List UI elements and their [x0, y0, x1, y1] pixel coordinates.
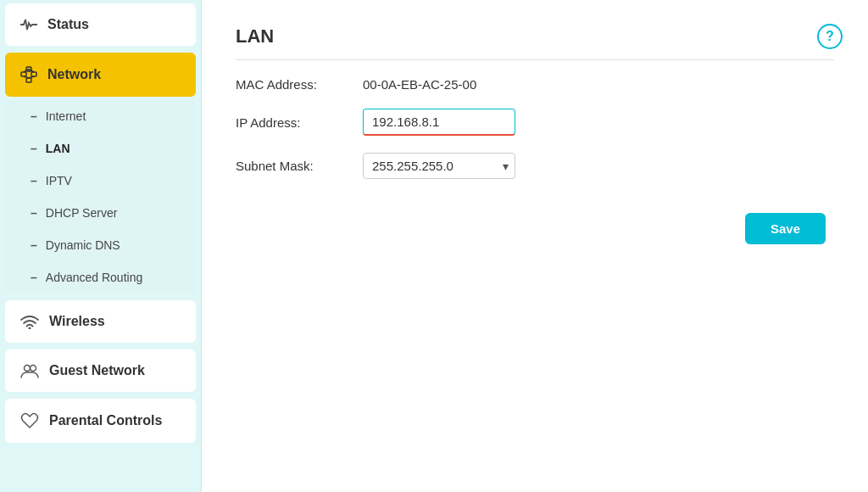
- ip-address-input[interactable]: [363, 109, 515, 136]
- network-icon: [20, 66, 37, 83]
- sidebar: Status Network I: [0, 0, 202, 492]
- ip-address-label: IP Address:: [236, 115, 346, 130]
- submenu-item-internet[interactable]: Internet: [5, 100, 196, 132]
- submenu-label-dynamic-dns: Dynamic DNS: [46, 238, 120, 252]
- submenu-label-lan: LAN: [46, 142, 70, 155]
- save-button[interactable]: Save: [745, 213, 826, 244]
- svg-point-11: [31, 366, 36, 372]
- submenu-item-advanced-routing[interactable]: Advanced Routing: [5, 261, 196, 294]
- subnet-mask-wrapper: 255.255.255.0 255.255.0.0 255.0.0.0 ▾: [363, 153, 515, 179]
- parental-icon: [20, 412, 39, 429]
- lan-form: MAC Address: 00-0A-EB-AC-25-00 IP Addres…: [236, 77, 834, 179]
- svg-line-5: [24, 76, 29, 78]
- subnet-mask-select[interactable]: 255.255.255.0 255.255.0.0 255.0.0.0: [363, 153, 515, 179]
- sidebar-item-label-wireless: Wireless: [49, 314, 105, 329]
- main-content: ? LAN MAC Address: 00-0A-EB-AC-25-00 IP …: [202, 0, 868, 492]
- submenu-label-advanced-routing: Advanced Routing: [46, 271, 142, 284]
- sidebar-item-guest-network[interactable]: Guest Network: [5, 349, 196, 392]
- sidebar-item-network[interactable]: Network: [5, 53, 196, 97]
- network-submenu: Internet LAN IPTV DHCP Server Dynamic DN…: [5, 100, 196, 294]
- submenu-label-dhcp-server: DHCP Server: [46, 206, 118, 220]
- submenu-label-internet: Internet: [46, 109, 86, 123]
- mac-address-value: 00-0A-EB-AC-25-00: [363, 77, 476, 92]
- mac-address-label: MAC Address:: [236, 77, 346, 92]
- page-title: LAN: [236, 25, 834, 60]
- sidebar-item-label-guest-network: Guest Network: [49, 363, 145, 378]
- submenu-label-iptv: IPTV: [46, 174, 72, 187]
- sidebar-item-parental-controls[interactable]: Parental Controls: [5, 399, 196, 443]
- submenu-item-iptv[interactable]: IPTV: [5, 165, 196, 197]
- svg-rect-3: [26, 78, 31, 82]
- sidebar-item-label-network: Network: [47, 67, 101, 82]
- svg-point-9: [29, 327, 31, 330]
- help-icon[interactable]: ?: [817, 24, 843, 49]
- sidebar-item-status[interactable]: Status: [5, 3, 196, 46]
- submenu-item-lan[interactable]: LAN: [5, 132, 196, 165]
- submenu-item-dhcp-server[interactable]: DHCP Server: [5, 197, 196, 229]
- wireless-icon: [20, 314, 39, 329]
- subnet-mask-row: Subnet Mask: 255.255.255.0 255.255.0.0 2…: [236, 153, 834, 179]
- subnet-mask-label: Subnet Mask:: [236, 159, 346, 173]
- svg-rect-0: [21, 72, 26, 76]
- sidebar-item-label-parental-controls: Parental Controls: [49, 413, 162, 428]
- ip-address-row: IP Address:: [236, 109, 834, 136]
- svg-rect-2: [31, 72, 36, 76]
- svg-line-6: [29, 76, 34, 78]
- guest-icon: [20, 363, 39, 378]
- sidebar-item-wireless[interactable]: Wireless: [5, 300, 196, 343]
- sidebar-item-label-status: Status: [47, 17, 89, 32]
- mac-address-row: MAC Address: 00-0A-EB-AC-25-00: [236, 77, 834, 92]
- submenu-item-dynamic-dns[interactable]: Dynamic DNS: [5, 229, 196, 261]
- svg-point-10: [25, 366, 31, 372]
- activity-icon: [20, 18, 37, 31]
